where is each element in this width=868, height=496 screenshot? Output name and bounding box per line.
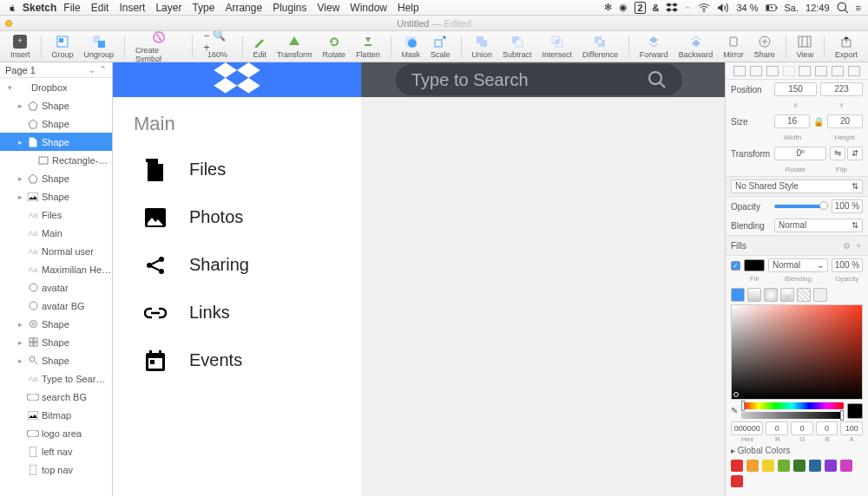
- global-colors-header[interactable]: ▸ Global Colors: [726, 443, 868, 458]
- global-swatches[interactable]: [726, 458, 868, 489]
- insert-button[interactable]: +Insert: [5, 34, 36, 59]
- union-button[interactable]: Union: [466, 34, 497, 59]
- zoom-control[interactable]: − 🔍 +160%: [198, 34, 236, 59]
- fill-swatch[interactable]: [744, 259, 765, 271]
- layer-item[interactable]: ▸Shape: [0, 315, 112, 333]
- position-x-field[interactable]: 150: [774, 82, 817, 96]
- transform-button[interactable]: Transform: [272, 34, 318, 59]
- chevron-down-icon[interactable]: ⌄: [88, 64, 95, 75]
- layer-item[interactable]: avatar: [0, 278, 112, 297]
- layer-item[interactable]: top nav: [0, 460, 112, 479]
- tray-icon[interactable]: 2: [635, 2, 645, 14]
- opacity-slider[interactable]: [774, 205, 828, 208]
- menu-file[interactable]: File: [63, 2, 80, 14]
- rotate-button[interactable]: Rotate: [318, 34, 352, 59]
- menu-layer[interactable]: Layer: [155, 2, 181, 14]
- layer-item[interactable]: AaMain: [0, 224, 112, 242]
- color-swatch[interactable]: [731, 475, 743, 487]
- position-y-field[interactable]: 223: [820, 82, 863, 96]
- layer-root[interactable]: ▾Dropbox: [0, 78, 112, 96]
- color-swatch[interactable]: [762, 460, 774, 472]
- canvas-area[interactable]: Type to Search Main Files Photos Sharing…: [113, 62, 725, 496]
- g-field[interactable]: 0: [791, 421, 813, 435]
- a-field[interactable]: 100: [840, 421, 863, 435]
- dropbox-tray-icon[interactable]: [666, 2, 678, 14]
- alignment-controls[interactable]: [726, 62, 868, 80]
- layer-item[interactable]: ▸Shape: [0, 333, 112, 351]
- menu-edit[interactable]: Edit: [91, 2, 109, 14]
- menu-type[interactable]: Type: [192, 2, 214, 14]
- fill-type-tabs[interactable]: [726, 285, 868, 304]
- menu-arrange[interactable]: Arrange: [225, 2, 262, 14]
- tray-icon[interactable]: ◉: [619, 2, 628, 13]
- flip-v-button[interactable]: ⇵: [847, 147, 863, 160]
- eyedropper-icon[interactable]: ✎: [731, 406, 738, 415]
- layer-item[interactable]: logo area: [0, 424, 112, 442]
- height-field[interactable]: 20: [827, 114, 863, 128]
- layer-item[interactable]: ▸Shape: [0, 133, 112, 151]
- width-field[interactable]: 16: [774, 114, 810, 128]
- alpha-slider[interactable]: [741, 412, 844, 419]
- pages-header[interactable]: Page 1 ⌄⌃: [0, 62, 112, 78]
- tray-icon[interactable]: &: [653, 3, 660, 13]
- menu-icon[interactable]: ≡: [856, 3, 861, 13]
- menu-help[interactable]: Help: [398, 2, 419, 14]
- layer-item[interactable]: ▸Shape: [0, 351, 112, 369]
- flip-h-button[interactable]: ⇋: [830, 147, 845, 160]
- gear-icon[interactable]: ⚙: [843, 241, 851, 251]
- fill-opacity-field[interactable]: 100 %: [832, 258, 863, 272]
- color-swatch[interactable]: [793, 460, 806, 472]
- menu-view[interactable]: View: [318, 2, 340, 14]
- difference-button[interactable]: Difference: [577, 34, 623, 59]
- layer-item[interactable]: AaFiles: [0, 206, 112, 224]
- layer-item[interactable]: Rectangle-path: [0, 151, 112, 169]
- bluetooth-icon[interactable]: ⌁: [685, 2, 691, 13]
- export-button[interactable]: Export: [830, 34, 863, 59]
- forward-button[interactable]: Forward: [635, 34, 674, 59]
- subtract-button[interactable]: Subtract: [497, 34, 537, 59]
- layer-item[interactable]: ▸Shape: [0, 187, 112, 206]
- layer-item[interactable]: left nav: [0, 442, 112, 460]
- color-swatch[interactable]: [809, 460, 821, 472]
- opacity-field[interactable]: 100 %: [832, 199, 863, 213]
- fill-enabled-checkbox[interactable]: ✓: [731, 261, 740, 271]
- volume-icon[interactable]: [717, 2, 729, 14]
- layer-item[interactable]: avatar BG: [0, 297, 112, 315]
- color-area[interactable]: [731, 304, 863, 400]
- scale-button[interactable]: Scale: [425, 34, 456, 59]
- layer-item[interactable]: ▸Shape: [0, 96, 112, 114]
- menu-insert[interactable]: Insert: [119, 2, 145, 14]
- battery-icon[interactable]: [766, 2, 778, 14]
- intersect-button[interactable]: Intersect: [537, 34, 578, 59]
- flatten-button[interactable]: Flatten: [351, 34, 385, 59]
- b-field[interactable]: 0: [816, 421, 838, 435]
- hex-field[interactable]: 000000: [731, 421, 763, 435]
- chevron-up-icon[interactable]: ⌃: [99, 64, 107, 75]
- rotate-field[interactable]: 0º: [774, 147, 826, 160]
- color-swatch[interactable]: [778, 460, 790, 472]
- add-icon[interactable]: ＋: [854, 239, 863, 251]
- layer-item[interactable]: Shape: [0, 114, 112, 133]
- layer-item[interactable]: AaType to Sear…: [0, 369, 112, 388]
- fill-blend-select[interactable]: Normal⌄: [768, 258, 828, 272]
- spotlight-icon[interactable]: [837, 2, 849, 14]
- layer-item[interactable]: ▸Shape: [0, 169, 112, 187]
- group-button[interactable]: Group: [46, 34, 78, 59]
- layer-item[interactable]: Bitmap: [0, 406, 112, 424]
- view-button[interactable]: View: [792, 34, 819, 59]
- color-swatch[interactable]: [840, 460, 852, 472]
- shared-style-select[interactable]: No Shared Style⇅: [731, 179, 863, 193]
- create-symbol-button[interactable]: Create Symbol: [130, 29, 187, 63]
- menu-window[interactable]: Window: [350, 2, 387, 14]
- backward-button[interactable]: Backward: [674, 34, 719, 59]
- nav-photos[interactable]: Photos: [113, 193, 361, 241]
- nav-files[interactable]: Files: [113, 146, 361, 193]
- menu-plugins[interactable]: Plugins: [273, 2, 306, 14]
- wifi-icon[interactable]: [698, 2, 710, 14]
- apple-icon[interactable]: [7, 3, 19, 13]
- edit-button[interactable]: Edit: [247, 34, 272, 59]
- mask-button[interactable]: Mask: [397, 34, 426, 59]
- layer-item[interactable]: AaNormal user: [0, 242, 112, 260]
- blending-select[interactable]: Normal⇅: [774, 219, 863, 232]
- search-field[interactable]: Type to Search: [396, 64, 682, 95]
